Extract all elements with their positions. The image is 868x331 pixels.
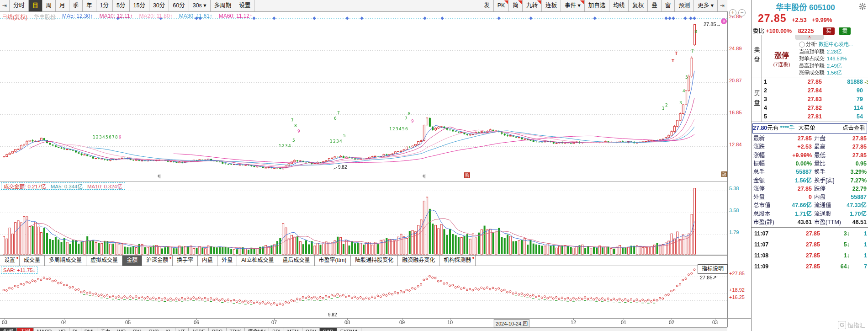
period-tab-设置[interactable]: 设置 xyxy=(235,0,254,11)
period-tab-60分[interactable]: 60分 xyxy=(169,0,189,11)
stat-label: 跌停 xyxy=(814,185,826,193)
footer-tab-WR[interactable]: WR xyxy=(114,328,129,331)
footer-tab-VR[interactable]: VR xyxy=(55,328,69,331)
footer-tab-主力[interactable]: 主力 xyxy=(97,328,114,331)
big-order-banner[interactable]: 27.80元有 ****手 大买单 点击查看 xyxy=(752,123,867,133)
period-tab-5分[interactable]: 5分 xyxy=(113,0,129,11)
period-tab-30s ▾[interactable]: 30s ▾ xyxy=(189,0,211,11)
toolbar-action-更多 ▾[interactable]: 更多 ▾ xyxy=(694,0,718,11)
stat-value: 0.95 xyxy=(838,160,867,168)
toolbar-action-九转[interactable]: 九转 xyxy=(523,0,542,11)
toolbar-action-预测[interactable]: 预测 xyxy=(675,0,694,11)
gear-icon[interactable] xyxy=(859,3,866,10)
toolbar-action-简[interactable]: 简 xyxy=(509,0,523,11)
toolbar-spacer xyxy=(254,0,480,11)
sar-axis-label-0: +27.85 xyxy=(729,271,750,276)
order-volume: 90 xyxy=(826,86,863,95)
period-tab-年[interactable]: 年 xyxy=(83,0,96,11)
indicator-help-button[interactable]: 指标说明 xyxy=(698,264,728,274)
footer-tab-设置[interactable]: 设置 xyxy=(0,328,17,331)
period-tab-周[interactable]: 周 xyxy=(42,0,56,11)
indicator-tab-AI立桩成交量[interactable]: AI立桩成交量 xyxy=(237,256,278,266)
stat-label: 涨停 xyxy=(753,185,765,193)
indicator-tab-盘后成交量[interactable]: 盘后成交量 xyxy=(278,256,314,266)
period-tab-多周期[interactable]: 多周期 xyxy=(211,0,236,11)
footer-tab-TRIX[interactable]: TRIX xyxy=(227,328,245,331)
sar-value-label[interactable]: SAR: +11.75↓ xyxy=(1,267,37,274)
footer-tab-DMI[interactable]: DMI xyxy=(81,328,97,331)
stats-row: 金额1.56亿换手[实]7.27% xyxy=(752,176,868,185)
zoom-in-icon[interactable]: + xyxy=(729,9,736,16)
footer-tab-MTM[interactable]: MTM xyxy=(284,328,302,331)
date-axis: 03040506070809102024-10-24,四12010203 xyxy=(0,319,727,326)
toolbar-action-复权[interactable]: 复权 xyxy=(629,0,648,11)
event-count-badge[interactable]: 9 xyxy=(721,18,727,24)
banner-link[interactable]: 点击查看 xyxy=(842,124,865,133)
toolbar-action-事件 ▾[interactable]: 事件 ▾ xyxy=(561,0,585,11)
indicator-tab-多周期成交量[interactable]: 多周期成交量 xyxy=(45,256,86,266)
order-book: 买盘 127.8581888-3227.8490327.8379427.8211… xyxy=(752,78,868,122)
stat-label: 封单占成交: xyxy=(799,56,826,61)
dock-left-icon[interactable]: ⇥ xyxy=(0,0,10,11)
footer-tab-EXPMA[interactable]: EXPMA xyxy=(337,328,362,331)
order-index: 4 xyxy=(764,104,767,112)
indicator-tab-外盘[interactable]: 外盘 xyxy=(217,256,237,266)
footer-tab-BY3[interactable]: BY3 xyxy=(146,328,163,331)
indicator-tab-市盈率(ttm)[interactable]: 市盈率(ttm) xyxy=(315,256,351,266)
indicator-tab-沪深金额[interactable]: 沪深金额 xyxy=(142,256,173,266)
tick-price: 27.85 xyxy=(793,228,820,239)
footer-tab-主图[interactable]: 主图 xyxy=(17,328,34,331)
footer-tab-资金MV[interactable]: 资金MV xyxy=(245,328,270,331)
stock-title[interactable]: 华丰股份 605100 xyxy=(752,1,859,12)
footer-tab-MACD[interactable]: MACD xyxy=(34,328,55,331)
period-tab-日[interactable]: 日 xyxy=(29,0,42,11)
footer-tab-SAR[interactable]: SAR xyxy=(320,328,337,331)
main-chart-canvas[interactable] xyxy=(0,0,727,327)
stat-value: 27.85 xyxy=(838,151,867,160)
footer-tab-KL[interactable]: KL xyxy=(162,328,175,331)
zoom-out-icon[interactable]: − xyxy=(738,9,746,16)
footer-tab-BBG[interactable]: BBG xyxy=(209,328,226,331)
dock-right-icon[interactable]: ⇥ xyxy=(718,0,727,11)
period-tab-分时[interactable]: 分时 xyxy=(10,0,29,11)
period-tab-季[interactable]: 季 xyxy=(69,0,83,11)
indicator-tab-内盘[interactable]: 内盘 xyxy=(198,256,217,266)
footer-tab-VT[interactable]: VT xyxy=(175,328,189,331)
volume-header[interactable]: 成交金额: 0.217亿 MA5: 0.344亿 MA10: 0.324亿 xyxy=(1,182,125,190)
limit-up-stat-row[interactable]: i分析: 数据中心发电... xyxy=(799,41,868,48)
buy-button[interactable]: 买 xyxy=(823,27,835,35)
indicator-tab-成交量[interactable]: 成交量 xyxy=(20,256,45,266)
indicator-tab-金额[interactable]: 金额 xyxy=(122,256,142,266)
indicator-tab-机构探测器[interactable]: 机构探测器 xyxy=(439,256,476,266)
toolbar-action-窗[interactable]: 窗 xyxy=(662,0,675,11)
period-tab-月[interactable]: 月 xyxy=(56,0,69,11)
stat-label: 振幅 xyxy=(753,160,765,168)
footer-tab-BBI[interactable]: BBI xyxy=(269,328,284,331)
toolbar-action-均线[interactable]: 均线 xyxy=(609,0,629,11)
volume-axis-label-1: 3.58 xyxy=(729,208,750,213)
indicator-tab-设置[interactable]: 设置 xyxy=(0,256,20,266)
ma-header-row: 日线(复权) 华丰股份 MA5: 12.30↑MA10: 12.11↑MA20:… xyxy=(2,13,252,20)
toolbar-action-发[interactable]: 发 xyxy=(480,0,494,11)
date-tick-06: 06 xyxy=(194,320,199,325)
indicator-tab-融资融券变化[interactable]: 融资融券变化 xyxy=(398,256,439,266)
tick-mark xyxy=(64,318,64,320)
indicator-tab-换手率[interactable]: 换手率 xyxy=(173,256,198,266)
toolbar-action-连板[interactable]: 连板 xyxy=(542,0,561,11)
toolbar-action-加自选[interactable]: 加自选 xyxy=(585,0,610,11)
period-tab-1分[interactable]: 1分 xyxy=(96,0,113,11)
toolbar-action-PK[interactable]: PK xyxy=(494,0,509,11)
footer-tab-CYL[interactable]: CYL xyxy=(129,328,146,331)
tick-volume: 1↓ xyxy=(825,250,850,261)
toolbar-action-叠[interactable]: 叠 xyxy=(648,0,662,11)
footer-tab-ASBE[interactable]: ASBE xyxy=(189,328,209,331)
period-tab-30分[interactable]: 30分 xyxy=(149,0,169,11)
footer-tab-OBV[interactable]: OBV xyxy=(302,328,320,331)
sell-button[interactable]: 卖 xyxy=(839,27,851,35)
indicator-tab-陆股通持股变化[interactable]: 陆股通持股变化 xyxy=(351,256,398,266)
tick-time: 11:08 xyxy=(754,250,768,261)
period-tab-15分[interactable]: 15分 xyxy=(130,0,149,11)
stat-value: 27.85 xyxy=(783,134,812,143)
footer-tab-DI[interactable]: DI xyxy=(69,328,81,331)
indicator-tab-虚拟成交量[interactable]: 虚拟成交量 xyxy=(86,256,122,266)
